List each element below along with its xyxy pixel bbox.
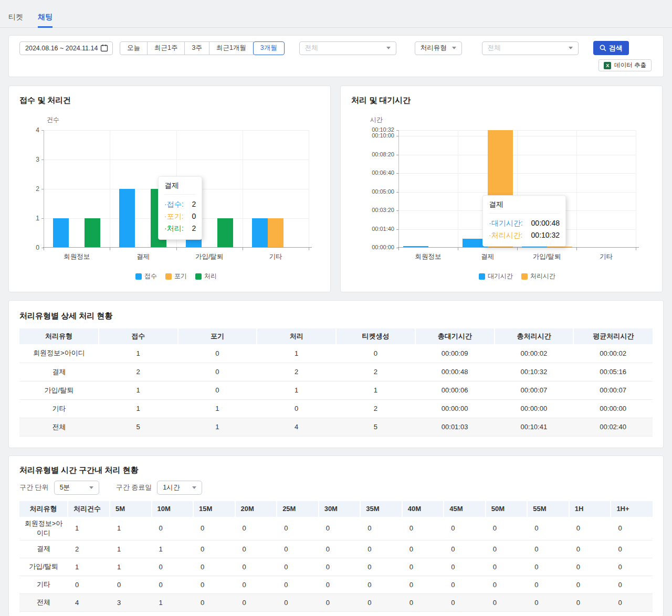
- table-cell: 2: [257, 363, 336, 381]
- table-cell: 0: [611, 558, 653, 576]
- table-cell: 회원정보>아이디: [19, 344, 99, 363]
- table-cell: 0: [152, 576, 194, 593]
- interval-unit-select[interactable]: 5분: [54, 481, 99, 495]
- table-cell: 2: [336, 399, 415, 418]
- y-tick-label: 2: [3, 185, 39, 193]
- interval-end-select[interactable]: 1시간: [157, 481, 202, 495]
- column-header: 1H+: [611, 501, 653, 517]
- table-cell: 0: [611, 593, 653, 611]
- table-cell: 3: [110, 593, 152, 611]
- column-header: 5M: [110, 501, 152, 517]
- tab-chat[interactable]: 채팅: [38, 13, 52, 27]
- x-axis-label: 회원정보: [45, 252, 108, 261]
- table-cell: 0: [486, 540, 528, 558]
- chart-card-wait-time: 처리 및 대기시간 시간00:10:3200:10:0000:08:2000:0…: [340, 86, 663, 292]
- quick-range-button[interactable]: 3개월: [253, 41, 285, 55]
- table-row: 기타110200:00:0000:00:0000:00:00: [19, 399, 653, 418]
- table-cell: 0: [277, 576, 319, 593]
- tooltip-value: 00:10:32: [531, 229, 560, 241]
- table-cell: 기타: [19, 576, 68, 593]
- chevron-down-icon: [452, 47, 456, 49]
- table-cell: 00:00:02: [573, 344, 653, 363]
- bar-기타-포기[interactable]: [268, 218, 284, 248]
- column-header: 40M: [402, 501, 444, 517]
- table-cell: 0: [152, 558, 194, 576]
- table-cell: 0: [402, 593, 444, 611]
- bar-회원정보-처리[interactable]: [85, 218, 100, 248]
- y-tick-label: 00:10:32: [358, 126, 394, 133]
- search-icon: [600, 45, 606, 51]
- gridline: [110, 130, 110, 248]
- table-header-row: 처리유형처리건수5M10M15M20M25M30M35M40M45M50M55M…: [19, 501, 653, 517]
- tooltip-row: ·접수:2: [164, 198, 196, 210]
- table-cell: 00:01:03: [415, 418, 495, 436]
- table-cell: 결제: [19, 363, 99, 381]
- filter-row: 2024.08.16 ~ 2024.11.14 오늘최근1주3주최근1개월3개월…: [19, 41, 652, 55]
- bar-결제-접수[interactable]: [119, 189, 135, 248]
- tooltip-label: ·포기:: [164, 210, 184, 222]
- x-tick-mark: [243, 248, 243, 250]
- legend-item-포기[interactable]: 포기: [165, 272, 187, 281]
- bar-기타-접수[interactable]: [252, 218, 268, 248]
- table-cell: 0: [569, 593, 611, 611]
- detail-table-card: 처리유형별 상세 처리 현황 처리유형접수포기처리티켓생성총대기시간총처리시간평…: [8, 300, 664, 448]
- calendar-icon[interactable]: [100, 44, 108, 52]
- quick-range-button[interactable]: 3주: [184, 41, 209, 55]
- y-tick-label: 1: [3, 215, 39, 222]
- y-tick-label: 00:05:00: [358, 188, 394, 195]
- filter-select-3[interactable]: 전체: [482, 41, 579, 55]
- table-cell: 1: [257, 381, 336, 399]
- table-cell: 0: [319, 593, 361, 611]
- table-cell: 1: [257, 344, 336, 363]
- excel-icon: X: [604, 62, 611, 69]
- y-tick-label: 00:08:20: [358, 151, 394, 157]
- legend-item-처리시간[interactable]: 처리시간: [521, 272, 555, 281]
- table-cell: 00:02:40: [573, 418, 653, 436]
- table-cell: 0: [178, 363, 257, 381]
- table-cell: 1: [152, 593, 194, 611]
- column-header: 20M: [235, 501, 277, 517]
- interval-end-value: 1시간: [163, 483, 180, 492]
- filter-select-1[interactable]: 전체: [299, 41, 396, 55]
- tab-ticket[interactable]: 티켓: [8, 13, 23, 27]
- legend-item-처리[interactable]: 처리: [195, 272, 217, 281]
- table-cell: 0: [235, 593, 277, 611]
- gridline: [458, 130, 458, 248]
- table-cell: 0: [360, 593, 402, 611]
- legend-item-접수[interactable]: 접수: [135, 272, 157, 281]
- quick-range-button[interactable]: 오늘: [120, 41, 148, 55]
- table-cell: 0: [277, 593, 319, 611]
- table-cell: 0: [178, 344, 257, 363]
- table-cell: 전체: [19, 593, 68, 611]
- x-axis-label: 결제: [111, 252, 174, 261]
- x-tick-mark: [636, 248, 636, 250]
- column-header: 10M: [152, 501, 194, 517]
- filter-select-3-value: 전체: [488, 44, 501, 52]
- legend-item-대기시간[interactable]: 대기시간: [479, 272, 513, 281]
- table-cell: 0: [319, 540, 361, 558]
- column-header: 1H: [569, 501, 611, 517]
- column-header: 35M: [360, 501, 402, 517]
- tooltip-title: 결제: [489, 200, 560, 214]
- quick-range-button[interactable]: 최근1개월: [209, 41, 254, 55]
- bar-회원정보-접수[interactable]: [53, 218, 69, 248]
- date-range-input[interactable]: 2024.08.16 ~ 2024.11.14: [19, 41, 113, 55]
- chart-legend: 대기시간처리시간: [398, 272, 636, 281]
- table-cell: 1: [99, 344, 178, 363]
- table-cell: 0: [110, 576, 152, 593]
- bar-가입/탈퇴-처리[interactable]: [217, 218, 233, 248]
- search-button[interactable]: 검색: [593, 41, 629, 55]
- table-cell: 0: [235, 517, 277, 540]
- interval-table: 처리유형처리건수5M10M15M20M25M30M35M40M45M50M55M…: [19, 501, 653, 612]
- table-cell: 00:10:41: [495, 418, 574, 436]
- y-tick-label: 00:00:00: [358, 244, 394, 250]
- export-button[interactable]: X 데이터 추출: [598, 59, 652, 71]
- table-cell: 0: [527, 558, 569, 576]
- table-cell: 0: [569, 540, 611, 558]
- gridline: [576, 130, 577, 248]
- quick-range-button[interactable]: 최근1주: [147, 41, 185, 55]
- filter-select-2[interactable]: 처리유형: [415, 41, 462, 55]
- table-cell: 0: [152, 517, 194, 540]
- table-cell: 00:05:16: [573, 363, 653, 381]
- interval-end-label: 구간 종료일: [116, 483, 152, 492]
